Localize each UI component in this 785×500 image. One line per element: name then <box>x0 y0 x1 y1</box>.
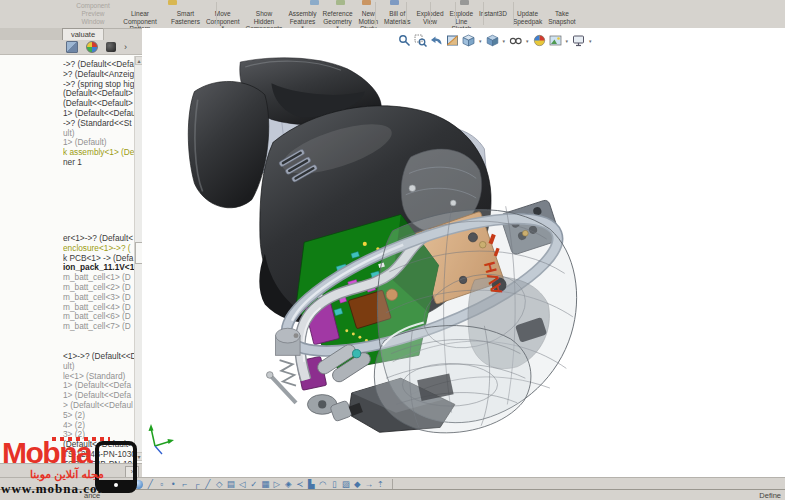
bottom-toolbar-icon[interactable]: ⇡ <box>376 479 385 490</box>
bottom-toolbar-icon[interactable] <box>122 480 131 489</box>
bottom-toolbar-icon[interactable]: ◇ <box>215 479 224 490</box>
bottom-toolbar-icon[interactable]: ▦ <box>261 479 270 490</box>
bottom-toolbar-icon[interactable]: ▫ <box>158 479 167 490</box>
take-snapshot-icon <box>460 0 469 5</box>
feature-tree-item[interactable]: ->? (Default<<Defa <box>63 60 134 70</box>
feature-tree-item[interactable]: le<1> (Standard) <box>63 372 134 382</box>
tab-evaluate[interactable]: valuate <box>62 28 104 40</box>
ribbon-separator <box>483 2 484 25</box>
exploded-assembly-model[interactable]: AVH <box>142 28 785 477</box>
feature-tree-item[interactable]: m_batt_cell<2> (D <box>63 283 134 293</box>
bottom-toolbar-icon[interactable] <box>134 480 143 489</box>
panel-tabs-expand-icon[interactable]: › <box>124 42 127 52</box>
bottom-toolbar-icon[interactable]: ◠ <box>319 479 328 490</box>
bottom-toolbar-icon[interactable]: ╱ <box>204 479 213 490</box>
command-manager-ribbon: Component Preview Window Linear Componen… <box>0 0 785 29</box>
feature-tree-item[interactable]: 5> (2) <box>63 411 134 421</box>
bottom-toolbar-icon[interactable]: ◈ <box>284 479 293 490</box>
bottom-toolbar-icon[interactable]: ▙ <box>307 479 316 490</box>
feature-tree-item[interactable]: m_batt_cell<6> (D <box>63 312 134 322</box>
feature-tree-item[interactable]: (Default<<Default> <box>63 99 134 109</box>
spring <box>280 360 296 385</box>
feature-tree-item[interactable]: k PCB<1> -> (Defa <box>63 254 134 264</box>
exploded-view-icon <box>362 0 371 5</box>
feature-tree-item[interactable]: >? (Default<Anzeig <box>63 70 134 80</box>
bottom-toolbar-icon[interactable]: ╱ <box>146 479 155 490</box>
feature-tree-item[interactable]: er<1>->? (Default< <box>63 234 134 244</box>
feature-tree-item[interactable]: enclosure<1>->? ( <box>63 244 134 254</box>
ribbon-separator <box>430 2 431 25</box>
ribbon-separator <box>375 2 376 25</box>
smart-fasteners-icon <box>168 0 177 5</box>
origin-triad <box>144 424 174 458</box>
feature-tree-item[interactable]: ner 1 <box>63 158 134 168</box>
displaymanager-tab-icon[interactable] <box>86 41 98 53</box>
feature-tree-item[interactable]: 1> (Default) <box>63 138 134 148</box>
feature-tree-item[interactable]: 1> (Default<<Defa <box>63 391 134 401</box>
feature-tree-item[interactable]: ->? (Standard<<St <box>63 119 134 129</box>
bottom-toolbar-icon[interactable]: ◁ <box>238 479 247 490</box>
new-motion-study-icon <box>310 0 319 5</box>
handle-cover-shell[interactable] <box>188 81 268 207</box>
bottom-toolbar-icon[interactable]: ⌐ <box>181 479 190 490</box>
feature-tree-item[interactable]: ult) <box>63 129 134 139</box>
bottom-toolbar-icon[interactable]: ┌ <box>192 479 201 490</box>
featuremanager-tabs: › <box>0 40 142 55</box>
bottom-toolbar-icon[interactable]: ≺ <box>296 479 305 490</box>
feature-tree-item[interactable]: 1> (Default<<Defau <box>63 109 134 119</box>
status-right-text: Define <box>759 491 781 500</box>
bottom-toolbar-icon[interactable] <box>110 480 119 489</box>
feature-tree-item[interactable]: <1>->? (Default<<D <box>63 352 134 362</box>
feature-tree-block-bottom: <1>->? (Default<<Dult)le<1> (Standard)1>… <box>63 352 134 470</box>
feature-tree-item[interactable]: 4> (2) <box>63 421 134 431</box>
ribbon-separator <box>513 2 514 25</box>
appearance-tab-icon[interactable] <box>106 42 116 52</box>
panel-bottom-strip: › <box>0 463 142 478</box>
feature-tree-item[interactable]: m_batt_cell<3> (D <box>63 293 134 303</box>
bottom-toolbar-icon[interactable]: ▷ <box>273 479 282 490</box>
bill-of-materials-icon <box>336 0 345 5</box>
bottom-toolbar-icon[interactable]: • <box>169 479 178 490</box>
bottom-toolbar-icon[interactable]: ✓ <box>250 479 259 490</box>
solidworks-window: Component Preview Window Linear Componen… <box>0 0 785 500</box>
feature-tree-item[interactable]: 1> (Default<<Defa <box>63 381 134 391</box>
feature-tree-item[interactable]: m_batt_cell<4> (D <box>63 303 134 313</box>
toolbar-separator <box>392 479 393 489</box>
transparent-dust-cup[interactable] <box>374 323 531 433</box>
status-bar: ance Define <box>0 489 785 500</box>
bottom-toolbar-icon[interactable]: → <box>365 479 374 490</box>
feature-tree-item[interactable]: m_batt_cell<1> (D <box>63 273 134 283</box>
ribbon-command-button[interactable]: Instant3D <box>476 1 510 25</box>
feature-tree-item[interactable]: TS-1254B-PN-1030 <box>63 450 134 460</box>
explode-line-sketch-icon <box>390 0 399 5</box>
feature-tree-item[interactable]: m_batt_cell<7> (D <box>63 322 134 332</box>
feature-tree-item[interactable]: (Default<<Default> <box>63 440 134 450</box>
feature-tree-item[interactable]: > (Default<<Defaul <box>63 401 134 411</box>
feature-tree-block-top: ->? (Default<<Defa>? (Default<Anzeig->? … <box>63 60 134 168</box>
feature-tree-item[interactable]: 3> (2) <box>63 430 134 440</box>
feature-tree-item[interactable]: ult) <box>63 362 134 372</box>
ribbon-separator <box>406 2 407 25</box>
bottom-toolbar-icon[interactable]: ▯ <box>330 479 339 490</box>
featuremanager-tree-tab-icon[interactable] <box>66 41 78 53</box>
battery-cap <box>353 350 361 358</box>
ribbon-separator <box>455 2 456 25</box>
feature-tree-item[interactable]: k assembly<1> (De <box>63 148 134 158</box>
feature-tree-item[interactable]: (Default<<Default> <box>63 89 134 99</box>
bottom-toolbar-icon[interactable]: ◆ <box>353 479 362 490</box>
status-left-text: ance <box>84 491 100 500</box>
ribbon-separator <box>216 2 217 25</box>
feature-tree-block-mid: er<1>->? (Default<enclosure<1>->? (k PCB… <box>63 234 134 332</box>
bottom-toolbar-icon[interactable]: ▤ <box>227 479 236 490</box>
feature-tree-item[interactable]: ion_pack_11.1V<1> <box>63 263 134 273</box>
featuremanager-panel: › ->? (Default<<Defa>? (Default<Anzeig->… <box>0 40 143 463</box>
bottom-toolbar-icon[interactable]: ▨ <box>342 479 351 490</box>
feature-tree-item[interactable]: ->? (spring stop hig <box>63 80 134 90</box>
graphics-viewport[interactable]: ▾ ▾ ▾ ▾ ▾ <box>142 28 785 477</box>
